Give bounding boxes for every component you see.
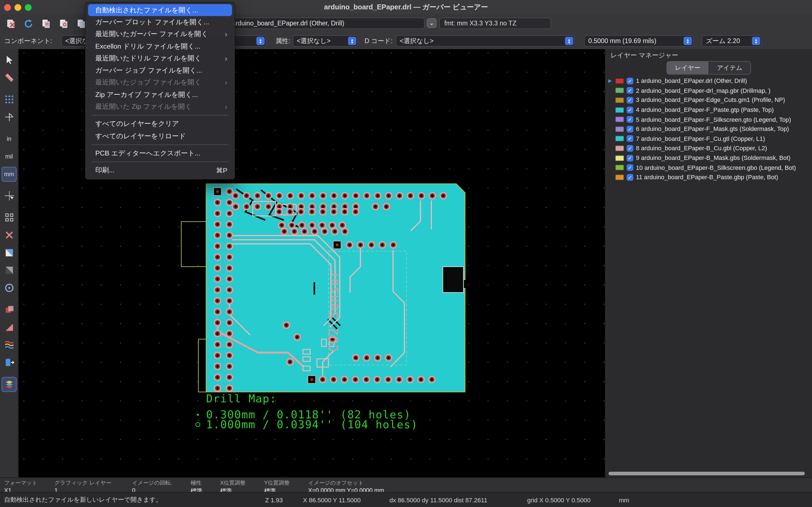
menu-item-label: ガーバー プロット ファイルを開く... bbox=[95, 18, 227, 27]
layer-visibility-checkbox[interactable]: ✓ bbox=[627, 126, 633, 132]
units-inches-button[interactable]: in bbox=[2, 131, 16, 146]
open-gerber-file-button[interactable] bbox=[40, 17, 53, 31]
sketch-lines-mode-button[interactable] bbox=[2, 228, 16, 242]
menu-item-label: Excellon ドリル ファイルを開く... bbox=[95, 42, 227, 51]
layer-color-swatch[interactable] bbox=[615, 107, 624, 113]
layer-color-swatch[interactable] bbox=[615, 126, 624, 132]
layer-visibility-checkbox[interactable]: ✓ bbox=[627, 164, 633, 171]
layer-panel-scrollbar[interactable] bbox=[608, 472, 805, 475]
layer-file-dropdown-button[interactable]: ⌄ bbox=[427, 18, 437, 28]
drill-map-line-2: 1.000mm / 0.0394'' (104 holes) bbox=[206, 418, 418, 431]
menu-item[interactable]: すべてのレイヤーをクリア bbox=[88, 118, 232, 130]
layer-manager-tab-0[interactable]: レイヤー bbox=[667, 62, 709, 74]
layer-label: 8 arduino_board_EPaper-B_Cu.gbl (Copper,… bbox=[636, 145, 767, 152]
layer-color-swatch[interactable] bbox=[615, 174, 624, 180]
layer-visibility-checkbox[interactable]: ✓ bbox=[627, 106, 633, 113]
dcode-combo-chevrons-icon[interactable]: ▲▼ bbox=[565, 37, 574, 45]
cursor-shape-button[interactable] bbox=[2, 188, 16, 203]
menu-item-label: 最近開いた Zip ファイルを開く bbox=[95, 102, 221, 111]
layer-row[interactable]: ▶✓1 arduino_board_EPaper.drl (Other, Dri… bbox=[606, 76, 811, 86]
layer-visibility-checkbox[interactable]: ✓ bbox=[627, 87, 633, 94]
layer-row[interactable]: ✓5 arduino_board_EPaper-F_Silkscreen.gto… bbox=[606, 115, 811, 124]
menu-item-label: 最近開いたジョブ ファイルを開く bbox=[95, 78, 221, 87]
attribute-combo-chevrons-icon[interactable]: ▲▼ bbox=[348, 37, 356, 45]
menu-item-label: Zip アーカイブ ファイルを開く... bbox=[95, 90, 227, 99]
polar-coordinates-button[interactable] bbox=[2, 110, 16, 124]
layer-color-swatch[interactable] bbox=[615, 165, 624, 171]
layer-color-swatch[interactable] bbox=[615, 117, 624, 122]
layer-row[interactable]: ✓11 arduino_board_EPaper-B_Paste.gbp (Pa… bbox=[606, 172, 811, 182]
drill-file-icon bbox=[59, 19, 69, 29]
dcode-combo[interactable]: <選択なし> ▲▼ bbox=[396, 35, 575, 47]
layer-color-swatch[interactable] bbox=[615, 97, 624, 103]
layer-color-swatch[interactable] bbox=[615, 88, 624, 94]
zoom-combo-chevrons-icon[interactable]: ▲▼ bbox=[752, 37, 760, 45]
layer-color-swatch[interactable] bbox=[615, 136, 624, 142]
layer-manager-tab-1[interactable]: アイテム bbox=[709, 62, 751, 74]
layer-row[interactable]: ✓4 arduino_board_EPaper-F_Paste.gtp (Pas… bbox=[606, 105, 811, 115]
polygon-sketch-mode-button[interactable] bbox=[2, 245, 16, 260]
menu-item[interactable]: 自動検出されたファイルを開く... bbox=[88, 4, 232, 16]
show-dcodes-button[interactable] bbox=[2, 280, 16, 295]
grid-combo-chevrons-icon[interactable]: ▲▼ bbox=[684, 37, 692, 45]
layer-visibility-checkbox[interactable]: ✓ bbox=[627, 135, 633, 142]
layer-visibility-checkbox[interactable]: ✓ bbox=[627, 145, 633, 152]
info-field: イメージの回転.0 bbox=[132, 478, 172, 494]
layer-row[interactable]: ✓7 arduino_board_EPaper-F_Cu.gtl (Copper… bbox=[606, 134, 811, 144]
menu-item[interactable]: PCB エディターへエクスポート... bbox=[88, 147, 232, 159]
outline-x-icon bbox=[4, 230, 14, 240]
layer-row[interactable]: ✓2 arduino_board_EPaper-drl_map.gbr (Dri… bbox=[606, 86, 811, 95]
menu-item[interactable]: すべてのレイヤーをリロード bbox=[88, 130, 232, 142]
cursor-icon bbox=[4, 55, 14, 65]
layer-visibility-checkbox[interactable]: ✓ bbox=[627, 155, 633, 161]
menu-separator bbox=[92, 162, 228, 162]
highlight-nets-button[interactable] bbox=[2, 337, 16, 352]
xor-mode-button[interactable] bbox=[2, 320, 16, 335]
layer-manager-toggle-button[interactable] bbox=[2, 377, 16, 392]
menu-item[interactable]: ガーバー プロット ファイルを開く... bbox=[88, 16, 232, 29]
attribute-combo[interactable]: <選択なし> ▲▼ bbox=[292, 35, 358, 47]
layer-row[interactable]: ✓10 arduino_board_EPaper-B_Silkscreen.gb… bbox=[606, 163, 811, 172]
menu-item-label: すべてのレイヤーをクリア bbox=[95, 119, 227, 129]
layer-label: 7 arduino_board_EPaper-F_Cu.gtl (Copper,… bbox=[636, 135, 765, 142]
cursor-tool-button[interactable] bbox=[2, 52, 16, 67]
layer-row[interactable]: ✓6 arduino_board_EPaper-F_Mask.gts (Sold… bbox=[606, 124, 811, 134]
menu-item[interactable]: ガーバー ジョブ ファイルを開く... bbox=[88, 64, 232, 76]
units-mils-button[interactable]: mil bbox=[2, 149, 16, 164]
negative-objects-button[interactable] bbox=[2, 263, 16, 278]
layer-color-swatch[interactable] bbox=[615, 146, 624, 151]
grid-visibility-button[interactable] bbox=[2, 92, 16, 107]
units-mm-button[interactable]: mm bbox=[2, 167, 16, 181]
clear-all-layers-button[interactable] bbox=[4, 17, 18, 31]
menu-item[interactable]: 印刷...⌘P bbox=[88, 164, 232, 176]
diff-mode-button[interactable] bbox=[2, 302, 16, 317]
menu-item[interactable]: Zip アーカイブ ファイルを開く... bbox=[88, 89, 232, 101]
flip-view-button[interactable] bbox=[2, 355, 16, 370]
grid-size-combo[interactable]: 0.5000 mm (19.69 mils) ▲▼ bbox=[584, 35, 694, 47]
layer-visibility-checkbox[interactable]: ✓ bbox=[627, 116, 633, 123]
layer-row[interactable]: ✓8 arduino_board_EPaper-B_Cu.gbl (Copper… bbox=[606, 144, 811, 153]
layer-color-swatch[interactable] bbox=[615, 155, 624, 161]
attribute-label: 属性: bbox=[276, 33, 290, 49]
layer-visibility-checkbox[interactable]: ✓ bbox=[627, 174, 633, 181]
measure-tool-button[interactable] bbox=[2, 70, 16, 85]
layer-row[interactable]: ✓9 arduino_board_EPaper-B_Mask.gbs (Sold… bbox=[606, 153, 811, 163]
menu-item[interactable]: Excellon ドリル ファイルを開く... bbox=[88, 40, 232, 52]
menu-item[interactable]: 最近開いたドリル ファイルを開く› bbox=[88, 52, 232, 65]
menu-separator bbox=[92, 115, 228, 116]
layer-manager-tabs: レイヤーアイテム bbox=[666, 61, 751, 74]
layer-visibility-checkbox[interactable]: ✓ bbox=[627, 97, 633, 104]
menu-item[interactable]: 最近開いたガーバー ファイルを開く› bbox=[88, 28, 232, 40]
info-field-label: 極性 bbox=[191, 480, 203, 487]
component-combo-chevrons-icon[interactable]: ▲▼ bbox=[256, 37, 265, 45]
zoom-combo[interactable]: ズーム 2.20 ▲▼ bbox=[702, 35, 762, 47]
sketch-pads-mode-button[interactable] bbox=[2, 210, 16, 225]
layer-visibility-checkbox[interactable]: ✓ bbox=[627, 77, 633, 84]
reload-all-layers-button[interactable] bbox=[22, 17, 35, 31]
layer-label: 2 arduino_board_EPaper-drl_map.gbr (Dril… bbox=[636, 87, 770, 94]
active-layer-file-combo[interactable]: arduino_board_EPaper.drl (Other, Drill) bbox=[228, 18, 425, 29]
format-info-box: fmt: mm X3.3 Y3.3 no TZ bbox=[439, 18, 551, 29]
open-drill-file-button[interactable] bbox=[57, 17, 70, 31]
layer-color-swatch[interactable] bbox=[615, 78, 624, 84]
layer-row[interactable]: ✓3 arduino_board_EPaper-Edge_Cuts.gm1 (P… bbox=[606, 95, 811, 105]
